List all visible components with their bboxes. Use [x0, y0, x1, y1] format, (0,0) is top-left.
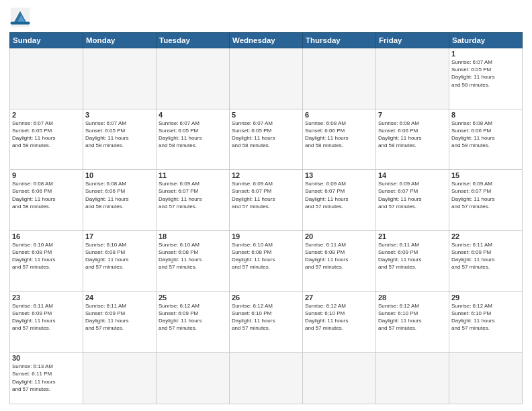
- weekday-header-friday: Friday: [376, 33, 449, 48]
- day-number: 22: [451, 232, 520, 240]
- day-info: Sunrise: 6:07 AM Sunset: 6:05 PM Dayligh…: [85, 120, 154, 150]
- day-info: Sunrise: 6:12 AM Sunset: 6:10 PM Dayligh…: [451, 302, 520, 332]
- day-number: 18: [159, 232, 227, 240]
- day-number: 14: [378, 171, 447, 179]
- calendar-week-row: 30Sunrise: 6:13 AM Sunset: 6:11 PM Dayli…: [10, 353, 523, 404]
- weekday-header-thursday: Thursday: [303, 33, 376, 48]
- calendar-cell: 6Sunrise: 6:08 AM Sunset: 6:06 PM Daylig…: [303, 109, 376, 170]
- weekday-header-monday: Monday: [83, 33, 157, 48]
- calendar-cell: 23Sunrise: 6:11 AM Sunset: 6:09 PM Dayli…: [10, 291, 83, 353]
- calendar-week-row: 2Sunrise: 6:07 AM Sunset: 6:05 PM Daylig…: [10, 109, 523, 170]
- calendar-cell: 1Sunrise: 6:07 AM Sunset: 6:05 PM Daylig…: [449, 48, 523, 109]
- calendar-cell: 14Sunrise: 6:09 AM Sunset: 6:07 PM Dayli…: [376, 170, 449, 231]
- day-info: Sunrise: 6:12 AM Sunset: 6:09 PM Dayligh…: [159, 302, 227, 332]
- calendar-cell: [157, 48, 230, 109]
- calendar-cell: [83, 353, 157, 404]
- day-number: 24: [85, 293, 154, 302]
- calendar-week-row: 1Sunrise: 6:07 AM Sunset: 6:05 PM Daylig…: [10, 48, 523, 109]
- day-info: Sunrise: 6:12 AM Sunset: 6:10 PM Dayligh…: [378, 302, 447, 332]
- calendar-cell: 16Sunrise: 6:10 AM Sunset: 6:08 PM Dayli…: [10, 230, 83, 291]
- day-number: 15: [451, 171, 520, 179]
- calendar-cell: 22Sunrise: 6:11 AM Sunset: 6:09 PM Dayli…: [449, 230, 523, 291]
- calendar-week-row: 9Sunrise: 6:08 AM Sunset: 6:06 PM Daylig…: [10, 170, 523, 231]
- day-number: 10: [85, 171, 154, 179]
- day-number: 19: [232, 232, 300, 240]
- calendar-cell: 15Sunrise: 6:09 AM Sunset: 6:07 PM Dayli…: [449, 170, 523, 231]
- day-info: Sunrise: 6:09 AM Sunset: 6:07 PM Dayligh…: [378, 180, 447, 210]
- svg-rect-4: [11, 21, 30, 24]
- day-info: Sunrise: 6:11 AM Sunset: 6:09 PM Dayligh…: [451, 241, 520, 271]
- day-info: Sunrise: 6:12 AM Sunset: 6:10 PM Dayligh…: [305, 302, 373, 332]
- calendar-cell: 12Sunrise: 6:09 AM Sunset: 6:07 PM Dayli…: [230, 170, 303, 231]
- calendar-cell: 26Sunrise: 6:12 AM Sunset: 6:10 PM Dayli…: [230, 291, 303, 353]
- day-number: 12: [232, 171, 300, 179]
- weekday-header-wednesday: Wednesday: [230, 33, 303, 48]
- calendar-cell: [157, 353, 230, 404]
- calendar-cell: 28Sunrise: 6:12 AM Sunset: 6:10 PM Dayli…: [376, 291, 449, 353]
- calendar-table: SundayMondayTuesdayWednesdayThursdayFrid…: [9, 32, 523, 404]
- day-number: 4: [159, 111, 227, 119]
- calendar-cell: [376, 48, 449, 109]
- calendar-cell: 20Sunrise: 6:11 AM Sunset: 6:08 PM Dayli…: [303, 230, 376, 291]
- day-info: Sunrise: 6:08 AM Sunset: 6:06 PM Dayligh…: [451, 120, 520, 150]
- day-number: 23: [12, 293, 81, 302]
- calendar-week-row: 16Sunrise: 6:10 AM Sunset: 6:08 PM Dayli…: [10, 230, 523, 291]
- day-number: 29: [451, 293, 520, 302]
- calendar-cell: 19Sunrise: 6:10 AM Sunset: 6:08 PM Dayli…: [230, 230, 303, 291]
- day-info: Sunrise: 6:11 AM Sunset: 6:09 PM Dayligh…: [12, 302, 81, 332]
- calendar-cell: [303, 353, 376, 404]
- calendar-cell: 11Sunrise: 6:09 AM Sunset: 6:07 PM Dayli…: [157, 170, 230, 231]
- day-info: Sunrise: 6:09 AM Sunset: 6:07 PM Dayligh…: [232, 180, 300, 210]
- day-info: Sunrise: 6:10 AM Sunset: 6:08 PM Dayligh…: [12, 241, 81, 271]
- day-number: 27: [305, 293, 373, 302]
- day-info: Sunrise: 6:13 AM Sunset: 6:11 PM Dayligh…: [12, 363, 81, 393]
- calendar-cell: 5Sunrise: 6:07 AM Sunset: 6:05 PM Daylig…: [230, 109, 303, 170]
- day-info: Sunrise: 6:07 AM Sunset: 6:05 PM Dayligh…: [12, 120, 81, 150]
- day-number: 11: [159, 171, 227, 179]
- calendar-cell: 3Sunrise: 6:07 AM Sunset: 6:05 PM Daylig…: [83, 109, 157, 170]
- calendar-cell: 24Sunrise: 6:11 AM Sunset: 6:09 PM Dayli…: [83, 291, 157, 353]
- day-number: 6: [305, 111, 373, 119]
- day-number: 3: [85, 111, 154, 119]
- day-number: 25: [159, 293, 227, 302]
- calendar-cell: [83, 48, 157, 109]
- weekday-header-tuesday: Tuesday: [157, 33, 230, 48]
- day-number: 5: [232, 111, 300, 119]
- page: SundayMondayTuesdayWednesdayThursdayFrid…: [0, 0, 532, 411]
- day-number: 9: [12, 171, 81, 179]
- calendar-cell: 18Sunrise: 6:10 AM Sunset: 6:08 PM Dayli…: [157, 230, 230, 291]
- day-number: 16: [12, 232, 81, 240]
- day-number: 17: [85, 232, 154, 240]
- day-info: Sunrise: 6:10 AM Sunset: 6:08 PM Dayligh…: [85, 241, 154, 271]
- calendar-cell: 27Sunrise: 6:12 AM Sunset: 6:10 PM Dayli…: [303, 291, 376, 353]
- calendar-cell: 9Sunrise: 6:08 AM Sunset: 6:06 PM Daylig…: [10, 170, 83, 231]
- day-info: Sunrise: 6:08 AM Sunset: 6:06 PM Dayligh…: [85, 180, 154, 210]
- day-number: 26: [232, 293, 300, 302]
- day-info: Sunrise: 6:07 AM Sunset: 6:05 PM Dayligh…: [232, 120, 300, 150]
- generalblue-logo-icon: [9, 7, 31, 28]
- day-number: 8: [451, 111, 520, 119]
- day-info: Sunrise: 6:11 AM Sunset: 6:08 PM Dayligh…: [305, 241, 373, 271]
- day-info: Sunrise: 6:07 AM Sunset: 6:05 PM Dayligh…: [451, 58, 520, 89]
- calendar-cell: 29Sunrise: 6:12 AM Sunset: 6:10 PM Dayli…: [449, 291, 523, 353]
- calendar-header-row: SundayMondayTuesdayWednesdayThursdayFrid…: [10, 33, 523, 48]
- header: [9, 7, 523, 28]
- day-number: 20: [305, 232, 373, 240]
- day-number: 1: [451, 50, 520, 58]
- day-number: 28: [378, 293, 447, 302]
- day-info: Sunrise: 6:08 AM Sunset: 6:06 PM Dayligh…: [12, 180, 81, 210]
- calendar-cell: 10Sunrise: 6:08 AM Sunset: 6:06 PM Dayli…: [83, 170, 157, 231]
- day-info: Sunrise: 6:09 AM Sunset: 6:07 PM Dayligh…: [159, 180, 227, 210]
- day-number: 30: [12, 354, 81, 362]
- calendar-cell: 17Sunrise: 6:10 AM Sunset: 6:08 PM Dayli…: [83, 230, 157, 291]
- day-info: Sunrise: 6:09 AM Sunset: 6:07 PM Dayligh…: [305, 180, 373, 210]
- day-number: 13: [305, 171, 373, 179]
- day-number: 21: [378, 232, 447, 240]
- day-info: Sunrise: 6:09 AM Sunset: 6:07 PM Dayligh…: [451, 180, 520, 210]
- day-info: Sunrise: 6:10 AM Sunset: 6:08 PM Dayligh…: [232, 241, 300, 271]
- day-number: 7: [378, 111, 447, 119]
- calendar-cell: [376, 353, 449, 404]
- day-info: Sunrise: 6:10 AM Sunset: 6:08 PM Dayligh…: [159, 241, 227, 271]
- day-info: Sunrise: 6:08 AM Sunset: 6:06 PM Dayligh…: [378, 120, 447, 150]
- calendar-cell: 2Sunrise: 6:07 AM Sunset: 6:05 PM Daylig…: [10, 109, 83, 170]
